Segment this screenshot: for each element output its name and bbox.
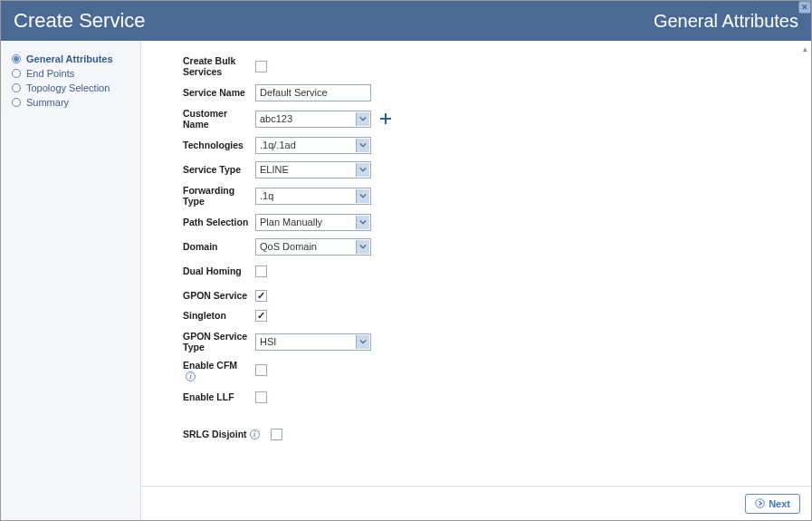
- info-icon[interactable]: i: [250, 429, 260, 439]
- label-service-name: Service Name: [183, 87, 255, 98]
- close-button[interactable]: ✕: [798, 1, 811, 14]
- form-panel: ▴ Create Bulk Services Service Name Cust…: [141, 41, 811, 520]
- scroll-up-icon[interactable]: ▴: [803, 44, 807, 53]
- checkbox-srlg-disjoint[interactable]: [271, 429, 282, 440]
- select-domain[interactable]: QoS Domain: [255, 238, 371, 256]
- label-technologies: Technologies: [183, 140, 255, 150]
- chevron-down-icon: [356, 216, 369, 229]
- radio-icon: [12, 98, 21, 107]
- label-gpon-service-type: GPON Service Type: [183, 331, 255, 352]
- label-customer-name: Customer Name: [183, 108, 255, 130]
- label-dual-homing: Dual Homing: [183, 265, 255, 276]
- radio-icon: [12, 83, 21, 92]
- select-value: QoS Domain: [260, 241, 317, 252]
- chevron-down-icon: [356, 139, 369, 152]
- label-gpon-service: GPON Service: [183, 290, 255, 301]
- wizard-step-label: Topology Selection: [26, 82, 110, 93]
- wizard-step-label: Summary: [26, 97, 69, 108]
- info-icon[interactable]: i: [186, 371, 196, 381]
- select-forwarding-type[interactable]: .1q: [255, 188, 371, 205]
- chevron-down-icon: [356, 112, 369, 126]
- checkbox-singleton[interactable]: [255, 310, 267, 322]
- select-value: abc123: [260, 113, 292, 124]
- select-technologies[interactable]: .1q/.1ad: [255, 137, 371, 154]
- chevron-down-icon: [356, 189, 369, 203]
- checkbox-gpon-service[interactable]: [255, 290, 267, 302]
- close-icon: ✕: [801, 3, 808, 12]
- chevron-down-icon: [356, 163, 369, 177]
- wizard-step-general-attributes[interactable]: General Attributes: [12, 52, 131, 66]
- checkbox-enable-llf[interactable]: [255, 391, 267, 403]
- select-value: HSI: [260, 336, 276, 347]
- select-value: Plan Manually: [260, 217, 322, 227]
- wizard-step-label: End Points: [26, 68, 74, 79]
- select-gpon-service-type[interactable]: HSI: [255, 333, 371, 351]
- wizard-step-label: General Attributes: [26, 53, 113, 64]
- select-path-selection[interactable]: Plan Manually: [255, 214, 371, 231]
- radio-icon: [12, 69, 21, 78]
- label-enable-cfm: Enable CFMi: [183, 360, 255, 382]
- wizard-step-summary[interactable]: Summary: [12, 95, 131, 110]
- chevron-down-icon: [356, 240, 369, 254]
- dialog-title-left: Create Service: [14, 9, 146, 33]
- wizard-step-end-points[interactable]: End Points: [12, 66, 131, 81]
- label-service-type: Service Type: [183, 164, 255, 175]
- select-value: .1q: [260, 190, 273, 201]
- dialog-title-right: General Attributes: [654, 11, 798, 32]
- label-domain: Domain: [183, 241, 255, 252]
- dialog-footer: Next: [141, 486, 811, 520]
- wizard-step-topology-selection[interactable]: Topology Selection: [12, 81, 131, 95]
- input-service-name[interactable]: [255, 84, 371, 101]
- plus-icon: [378, 111, 393, 126]
- label-srlg-disjoint: SRLG Disjointi: [183, 429, 265, 439]
- select-customer-name[interactable]: abc123: [255, 111, 371, 128]
- select-value: .1q/.1ad: [260, 140, 296, 150]
- svg-point-0: [756, 499, 765, 508]
- wizard-sidebar: General Attributes End Points Topology S…: [1, 41, 141, 520]
- select-service-type[interactable]: ELINE: [255, 161, 371, 178]
- label-forwarding-type: Forwarding Type: [183, 185, 255, 207]
- add-customer-button[interactable]: [378, 111, 393, 126]
- chevron-down-icon: [356, 335, 369, 349]
- select-value: ELINE: [260, 164, 289, 175]
- label-singleton: Singleton: [183, 310, 255, 321]
- checkbox-create-bulk-services[interactable]: [255, 61, 267, 72]
- next-button[interactable]: Next: [745, 494, 800, 514]
- radio-icon: [12, 54, 21, 63]
- label-create-bulk-services: Create Bulk Services: [183, 55, 255, 77]
- checkbox-enable-cfm[interactable]: [255, 364, 267, 376]
- checkbox-dual-homing[interactable]: [255, 265, 267, 277]
- titlebar: Create Service General Attributes: [1, 1, 811, 41]
- arrow-right-icon: [755, 498, 765, 508]
- label-path-selection: Path Selection: [183, 217, 255, 227]
- next-button-label: Next: [769, 498, 790, 509]
- dialog-window: ✕ Create Service General Attributes Gene…: [0, 0, 812, 521]
- label-enable-llf: Enable LLF: [183, 391, 255, 402]
